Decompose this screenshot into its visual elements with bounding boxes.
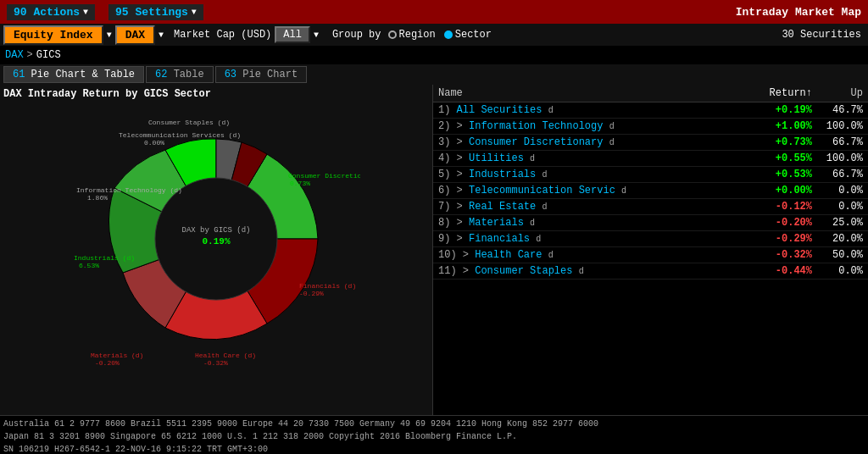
row-d-4: d <box>542 170 547 180</box>
top-bar-left: 90 Actions ▼ 95 Settings ▼ <box>7 4 203 20</box>
row-d-3: d <box>530 154 535 163</box>
breadcrumb-gics: GICS <box>36 49 61 61</box>
row-return-4: +0.53% <box>744 169 812 180</box>
equity-index-button[interactable]: Equity Index <box>3 25 103 45</box>
row-up-4: 66.7% <box>812 169 863 180</box>
table-row[interactable]: 1) All Securities d +0.19% 46.7% <box>433 102 868 119</box>
tab-table[interactable]: 62 Table <box>146 66 214 83</box>
tab-pie-chart-table[interactable]: 61 Pie Chart & Table <box>3 66 144 83</box>
header-name: Name <box>438 87 744 99</box>
region-radio[interactable]: Region <box>388 29 436 41</box>
region-radio-circle <box>388 30 397 39</box>
breadcrumb-dax[interactable]: DAX <box>5 49 24 61</box>
svg-text:Industrials (d): Industrials (d) <box>74 254 135 262</box>
row-num-4: 5) <box>438 169 450 180</box>
row-name-5: 6) > Telecommunication Servic d <box>438 185 744 197</box>
row-d-8: d <box>536 235 541 244</box>
table-row[interactable]: 9) > Financials d -0.29% 20.0% <box>433 231 868 247</box>
status-line2: Japan 81 3 3201 8900 Singapore 65 6212 1… <box>3 430 865 443</box>
row-name-10: 11) > Consumer Staples d <box>438 265 744 277</box>
table-row[interactable]: 2) > Information Technology d +1.00% 100… <box>433 119 868 135</box>
table-row[interactable]: 11) > Consumer Staples d -0.44% 0.0% <box>433 263 868 280</box>
tabs-bar: 61 Pie Chart & Table 62 Table 63 Pie Cha… <box>0 64 868 85</box>
dax-dropdown-arrow[interactable]: ▼ <box>159 30 164 40</box>
table-row[interactable]: 7) > Real Estate d -0.12% 0.0% <box>433 199 868 215</box>
settings-button[interactable]: 95 Settings ▼ <box>108 4 203 20</box>
region-label: Region <box>399 29 436 41</box>
row-chevron-6: > <box>457 201 469 213</box>
status-line1: Australia 61 2 9777 8600 Brazil 5511 239… <box>3 418 865 430</box>
all-dropdown-arrow[interactable]: ▼ <box>314 30 319 40</box>
pie-container: DAX by GICS (d) 0.19% Consumer Discretio… <box>3 103 429 374</box>
row-num-5: 6) <box>438 185 450 197</box>
svg-text:Consumer Discretionary (d): Consumer Discretionary (d) <box>288 172 360 180</box>
table-row[interactable]: 3) > Consumer Discretionary d +0.73% 66.… <box>433 135 868 151</box>
table-rows: 1) All Securities d +0.19% 46.7% 2) > In… <box>433 102 868 280</box>
row-chevron-2: > <box>457 136 469 148</box>
svg-text:DAX by GICS (d): DAX by GICS (d) <box>181 226 250 235</box>
tab-61-label: Pie Chart & Table <box>31 69 135 80</box>
row-d-2: d <box>609 138 615 147</box>
row-d-9: d <box>548 251 554 260</box>
row-name-2: 3) > Consumer Discretionary d <box>438 136 744 148</box>
breadcrumb-separator: > <box>27 49 33 61</box>
row-return-2: +0.73% <box>744 136 812 148</box>
row-chevron-8: > <box>457 233 469 245</box>
row-sector-name-0: All Securities <box>457 104 542 116</box>
dax-button[interactable]: DAX <box>115 25 155 45</box>
svg-text:0.19%: 0.19% <box>202 236 230 246</box>
row-d-5: d <box>621 186 626 196</box>
actions-number: 90 Actions <box>14 6 80 19</box>
table-row[interactable]: 8) > Materials d -0.20% 25.0% <box>433 215 868 231</box>
tab-pie-chart[interactable]: 63 Pie Chart <box>215 66 307 83</box>
row-up-7: 25.0% <box>812 217 863 229</box>
row-up-2: 66.7% <box>812 136 863 148</box>
row-sector-name-1: Information Technology <box>469 120 603 132</box>
breadcrumb-bar: DAX > GICS <box>0 46 868 64</box>
sector-radio[interactable]: Sector <box>444 29 492 41</box>
row-up-10: 0.0% <box>812 265 863 277</box>
table-row[interactable]: 4) > Utilities d +0.55% 100.0% <box>433 151 868 167</box>
status-line3: SN 106219 H267-6542-1 22-NOV-16 9:15:22 … <box>3 443 865 454</box>
row-d-10: d <box>579 267 584 276</box>
svg-text:Information Technology (d): Information Technology (d) <box>76 186 182 194</box>
header-up: Up <box>812 87 863 99</box>
row-return-9: -0.32% <box>744 249 812 261</box>
row-chevron-5: > <box>457 185 469 197</box>
tab-62-label: Table <box>174 69 204 80</box>
svg-text:0.73%: 0.73% <box>290 180 310 187</box>
svg-text:Financials (d): Financials (d) <box>299 282 356 290</box>
settings-arrow: ▼ <box>192 8 197 17</box>
chart-section: DAX Intraday Return by GICS Sector <box>0 85 432 415</box>
table-row[interactable]: 10) > Health Care d -0.32% 50.0% <box>433 247 868 263</box>
equity-dropdown-arrow[interactable]: ▼ <box>107 30 112 40</box>
row-chevron-10: > <box>463 265 475 277</box>
top-bar: 90 Actions ▼ 95 Settings ▼ Intraday Mark… <box>0 0 868 24</box>
row-num-3: 4) <box>438 152 450 164</box>
svg-text:Consumer Staples (d): Consumer Staples (d) <box>148 119 230 126</box>
row-name-9: 10) > Health Care d <box>438 249 744 261</box>
pie-chart-svg: DAX by GICS (d) 0.19% Consumer Discretio… <box>72 103 360 374</box>
all-button[interactable]: All <box>275 26 310 43</box>
row-d-7: d <box>530 219 535 228</box>
row-num-0: 1) <box>438 104 450 116</box>
table-row[interactable]: 5) > Industrials d +0.53% 66.7% <box>433 167 868 183</box>
row-return-6: -0.12% <box>744 201 812 213</box>
row-sector-name-5: Telecommunication Servic <box>469 185 615 197</box>
row-return-5: +0.00% <box>744 185 812 197</box>
second-bar: Equity Index ▼ DAX ▼ Market Cap (USD) Al… <box>0 24 868 46</box>
row-up-9: 50.0% <box>812 249 863 261</box>
svg-text:-0.29%: -0.29% <box>299 290 324 297</box>
row-sector-name-6: Real Estate <box>469 201 536 213</box>
row-num-1: 2) <box>438 120 450 132</box>
marketcap-label: Market Cap (USD) <box>174 29 271 41</box>
table-row[interactable]: 6) > Telecommunication Servic d +0.00% 0… <box>433 183 868 199</box>
status-bar: Australia 61 2 9777 8600 Brazil 5511 239… <box>0 415 868 452</box>
actions-button[interactable]: 90 Actions ▼ <box>7 4 95 20</box>
row-name-3: 4) > Utilities d <box>438 152 744 164</box>
row-num-6: 7) <box>438 201 450 213</box>
table-header: Name Return↑ Up <box>433 85 868 102</box>
row-sector-name-4: Industrials <box>469 169 536 180</box>
row-return-3: +0.55% <box>744 152 812 164</box>
groupby-radio-group: Region Sector <box>388 29 492 41</box>
